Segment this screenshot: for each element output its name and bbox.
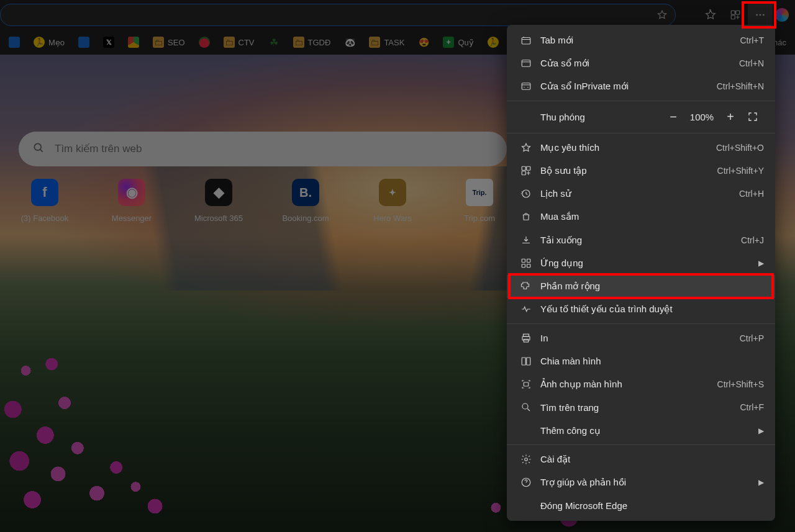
zoom-out-button[interactable]: − bbox=[662, 107, 684, 126]
menu-settings[interactable]: Cài đặt bbox=[507, 448, 775, 471]
favorite-star-icon[interactable] bbox=[656, 9, 668, 23]
svg-rect-1 bbox=[736, 11, 740, 14]
bookmark-label: SEO bbox=[168, 38, 184, 47]
bg-flowers-left bbox=[0, 209, 323, 532]
bookmark-icon: 😍 bbox=[418, 37, 429, 48]
search-icon bbox=[32, 142, 45, 156]
fullscreen-button[interactable] bbox=[742, 111, 764, 122]
bookmark-item[interactable]: TGDĐ bbox=[289, 34, 335, 50]
bookmark-label: CTV bbox=[238, 38, 255, 47]
new-window-icon bbox=[518, 58, 534, 69]
bookmark-item[interactable]: 🐼 bbox=[340, 34, 359, 50]
menu-shortcut: Ctrl+Shift+O bbox=[716, 143, 764, 153]
search-input[interactable] bbox=[55, 143, 493, 155]
svg-rect-10 bbox=[522, 166, 525, 170]
bookmark-icon bbox=[293, 37, 304, 48]
tile-icon: f bbox=[31, 179, 58, 206]
quick-link-tile[interactable]: Trip.Trip.com bbox=[453, 179, 506, 223]
bookmark-item[interactable]: TASK bbox=[365, 34, 408, 50]
star-icon bbox=[518, 142, 534, 153]
menu-favorites[interactable]: Mục yêu thích Ctrl+Shift+O bbox=[507, 136, 775, 159]
chevron-right-icon: ▶ bbox=[758, 478, 764, 487]
collections-button[interactable] bbox=[723, 2, 748, 27]
menu-apps[interactable]: Ứng dụng ▶ bbox=[507, 251, 775, 274]
extensions-icon bbox=[518, 281, 534, 292]
zoom-in-button[interactable]: + bbox=[719, 107, 742, 126]
bookmark-icon: 🐼 bbox=[344, 37, 355, 48]
menu-new-window[interactable]: Cửa sổ mới Ctrl+N bbox=[507, 52, 775, 74]
bookmark-icon: + bbox=[443, 37, 454, 48]
menu-label: Trợ giúp và phản hồi bbox=[534, 477, 758, 488]
menu-split-screen[interactable]: Chia màn hình bbox=[507, 349, 775, 372]
menu-history[interactable]: Lịch sử Ctrl+H bbox=[507, 182, 775, 205]
svg-rect-15 bbox=[527, 259, 530, 262]
menu-shortcut: Ctrl+J bbox=[741, 235, 764, 245]
copilot-button[interactable] bbox=[775, 8, 789, 22]
bookmark-label: TASK bbox=[384, 38, 404, 47]
svg-rect-0 bbox=[731, 11, 735, 14]
tile-label: Hero Wars bbox=[373, 214, 412, 223]
menu-extensions[interactable]: Phần mở rộng bbox=[507, 275, 775, 298]
bookmark-item[interactable] bbox=[5, 34, 24, 50]
menu-more-tools[interactable]: Thêm công cụ ▶ bbox=[507, 419, 775, 442]
menu-screenshot[interactable]: Ảnh chụp màn hình Ctrl+Shift+S bbox=[507, 373, 775, 396]
menu-downloads[interactable]: Tải xuống Ctrl+J bbox=[507, 228, 775, 251]
menu-shopping[interactable]: Mua sắm bbox=[507, 205, 775, 228]
screenshot-icon bbox=[518, 379, 534, 390]
menu-inprivate[interactable]: Cửa sổ InPrivate mới Ctrl+Shift+N bbox=[507, 75, 775, 98]
quick-link-tile[interactable]: ◉Messenger bbox=[106, 179, 158, 223]
bookmark-icon bbox=[199, 37, 210, 48]
menu-close-edge[interactable]: Đóng Microsoft Edge bbox=[507, 494, 775, 517]
menu-collections[interactable]: Bộ sưu tập Ctrl+Shift+Y bbox=[507, 159, 775, 182]
more-menu-button[interactable] bbox=[748, 2, 773, 27]
menu-label: Tab mới bbox=[534, 35, 740, 46]
menu-new-tab[interactable]: Tab mới Ctrl+T bbox=[507, 29, 775, 52]
menu-find-on-page[interactable]: Tìm trên trang Ctrl+F bbox=[507, 396, 775, 419]
svg-rect-17 bbox=[527, 264, 530, 267]
favorites-button[interactable] bbox=[698, 2, 723, 27]
tile-icon: ✦ bbox=[379, 179, 406, 206]
apps-icon bbox=[518, 258, 534, 269]
tile-label: Booking.com bbox=[282, 214, 329, 223]
tile-icon: B. bbox=[292, 179, 319, 206]
menu-print[interactable]: In Ctrl+P bbox=[507, 327, 775, 349]
bookmark-item[interactable]: SEO bbox=[149, 34, 188, 50]
bookmark-icon bbox=[9, 37, 20, 48]
bookmark-item[interactable] bbox=[195, 34, 214, 50]
quick-link-tile[interactable]: B.Booking.com bbox=[279, 179, 332, 223]
menu-label: Phần mở rộng bbox=[534, 281, 764, 292]
bookmark-item[interactable] bbox=[124, 34, 143, 50]
bookmark-label: Mẹo bbox=[48, 38, 65, 47]
bookmark-label: Quỹ bbox=[458, 38, 473, 47]
bookmark-item[interactable] bbox=[75, 34, 93, 50]
menu-label: Chia màn hình bbox=[534, 356, 764, 366]
svg-point-4 bbox=[760, 14, 761, 16]
menu-label: Đóng Microsoft Edge bbox=[534, 500, 764, 511]
menu-browser-essentials[interactable]: Yếu tố thiết yếu của trình duyệt bbox=[507, 298, 775, 321]
address-bar-outline[interactable] bbox=[0, 4, 676, 26]
quick-link-tile[interactable]: ✦Hero Wars bbox=[366, 179, 419, 223]
svg-point-24 bbox=[522, 404, 528, 409]
menu-label: Thêm công cụ bbox=[534, 425, 758, 436]
tile-label: Trip.com bbox=[464, 214, 495, 223]
quick-link-tile[interactable]: f(3) Facebook bbox=[19, 179, 71, 223]
help-icon bbox=[518, 477, 534, 488]
bookmark-item[interactable]: 😍 bbox=[414, 34, 433, 50]
menu-label: In bbox=[534, 333, 740, 343]
menu-shortcut: Ctrl+N bbox=[739, 58, 764, 68]
bookmark-item[interactable]: +Quỹ bbox=[439, 34, 477, 50]
quick-link-tile[interactable]: ◆Microsoft 365 bbox=[193, 179, 245, 223]
search-box[interactable] bbox=[19, 132, 507, 166]
bookmark-item[interactable] bbox=[484, 34, 502, 50]
svg-rect-11 bbox=[527, 166, 530, 170]
bookmark-item[interactable]: ☘ bbox=[265, 34, 283, 50]
menu-label: Cài đặt bbox=[534, 454, 764, 465]
menu-shortcut: Ctrl+T bbox=[740, 35, 765, 45]
bookmark-icon: 𝕏 bbox=[103, 37, 114, 48]
menu-help[interactable]: Trợ giúp và phản hồi ▶ bbox=[507, 471, 775, 494]
bookmark-item[interactable]: 𝕏 bbox=[99, 34, 118, 50]
bookmark-item[interactable]: Mẹo bbox=[30, 34, 68, 50]
menu-label: Mua sắm bbox=[534, 211, 764, 222]
chevron-right-icon: ▶ bbox=[758, 426, 764, 435]
bookmark-item[interactable]: CTV bbox=[220, 34, 258, 50]
